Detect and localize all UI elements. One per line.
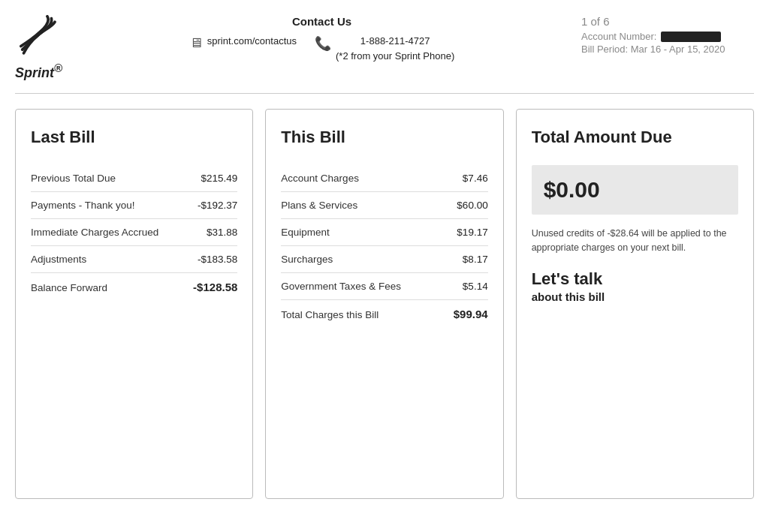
web-url: sprint.com/contactus <box>207 34 297 49</box>
line-label: Total Charges this Bill <box>281 309 445 320</box>
table-row: Plans & Services $60.00 <box>281 192 487 219</box>
account-number-row: Account Number: <box>581 31 754 42</box>
line-label: Payments - Thank you! <box>31 200 190 211</box>
total-due-title: Total Amount Due <box>532 128 738 147</box>
table-row: Account Charges $7.46 <box>281 165 487 192</box>
table-row: Government Taxes & Fees $5.14 <box>281 273 487 300</box>
phone-number: 1-888-211-4727 <box>336 34 454 49</box>
line-amount: $99.94 <box>454 308 488 320</box>
last-bill-card: Last Bill Previous Total Due $215.49 Pay… <box>15 109 253 499</box>
contact-methods: 🖥 sprint.com/contactus 📞 1-888-211-4727 … <box>77 34 566 63</box>
line-amount: -$192.37 <box>198 200 237 211</box>
contact-title: Contact Us <box>77 15 566 28</box>
total-amount-box: $0.00 <box>532 165 738 215</box>
last-bill-title: Last Bill <box>31 128 237 147</box>
table-row: Total Charges this Bill $99.94 <box>281 300 487 328</box>
table-row: Equipment $19.17 <box>281 219 487 246</box>
account-label: Account Number: <box>581 31 656 42</box>
bill-period-value: Mar 16 - Apr 15, 2020 <box>631 44 725 55</box>
this-bill-lines: Account Charges $7.46 Plans & Services $… <box>281 165 487 328</box>
lets-talk-sub: about this bill <box>532 290 738 305</box>
line-amount: $8.17 <box>463 254 488 265</box>
table-row: Adjustments -$183.58 <box>31 246 237 273</box>
sprint-logo-icon <box>15 15 60 60</box>
line-label: Previous Total Due <box>31 173 194 184</box>
line-amount: $19.17 <box>457 227 487 238</box>
line-amount: $5.14 <box>463 281 488 292</box>
line-amount: $60.00 <box>457 200 487 211</box>
line-label: Adjustments <box>31 254 190 265</box>
this-bill-title: This Bill <box>281 128 487 147</box>
line-amount: $215.49 <box>201 173 238 184</box>
bill-period-label: Bill Period: <box>581 44 628 55</box>
table-row: Balance Forward -$128.58 <box>31 273 237 301</box>
line-label: Surcharges <box>281 254 455 265</box>
logo-area: Sprint® <box>15 15 62 81</box>
web-contact: 🖥 sprint.com/contactus <box>189 34 297 51</box>
phone-contact: 📞 1-888-211-4727 (*2 from your Sprint Ph… <box>315 34 454 63</box>
total-due-card: Total Amount Due $0.00 Unused credits of… <box>516 109 754 499</box>
phone-note: (*2 from your Sprint Phone) <box>336 49 454 64</box>
phone-icon: 📞 <box>315 35 331 52</box>
account-info: 1 of 6 Account Number: Bill Period: Mar … <box>581 15 754 55</box>
sprint-wordmark: Sprint® <box>15 62 62 81</box>
line-label: Plans & Services <box>281 200 449 211</box>
line-amount: $31.88 <box>207 227 237 238</box>
account-number-redacted <box>661 32 721 42</box>
total-amount-value: $0.00 <box>544 177 600 202</box>
lets-talk-main: Let's talk <box>532 269 738 290</box>
credit-notice: Unused credits of -$28.64 will be applie… <box>532 227 738 255</box>
lets-talk-heading: Let's talk about this bill <box>532 269 738 305</box>
table-row: Previous Total Due $215.49 <box>31 165 237 192</box>
line-label: Immediate Charges Accrued <box>31 227 199 238</box>
page-header: Sprint® Contact Us 🖥 sprint.com/contactu… <box>15 15 754 94</box>
line-label: Balance Forward <box>31 282 185 293</box>
line-label: Government Taxes & Fees <box>281 281 455 292</box>
this-bill-card: This Bill Account Charges $7.46 Plans & … <box>265 109 503 499</box>
line-label: Equipment <box>281 227 449 238</box>
last-bill-lines: Previous Total Due $215.49 Payments - Th… <box>31 165 237 301</box>
table-row: Payments - Thank you! -$192.37 <box>31 192 237 219</box>
line-amount: -$128.58 <box>193 281 237 293</box>
table-row: Surcharges $8.17 <box>281 246 487 273</box>
line-label: Account Charges <box>281 173 455 184</box>
page-number: 1 of 6 <box>581 15 754 28</box>
line-amount: -$183.58 <box>198 254 237 265</box>
phone-info: 1-888-211-4727 (*2 from your Sprint Phon… <box>336 34 454 63</box>
web-icon: 🖥 <box>189 35 203 51</box>
contact-area: Contact Us 🖥 sprint.com/contactus 📞 1-88… <box>62 15 581 63</box>
bill-period: Bill Period: Mar 16 - Apr 15, 2020 <box>581 44 754 55</box>
cards-row: Last Bill Previous Total Due $215.49 Pay… <box>15 109 754 499</box>
line-amount: $7.46 <box>463 173 488 184</box>
table-row: Immediate Charges Accrued $31.88 <box>31 219 237 246</box>
